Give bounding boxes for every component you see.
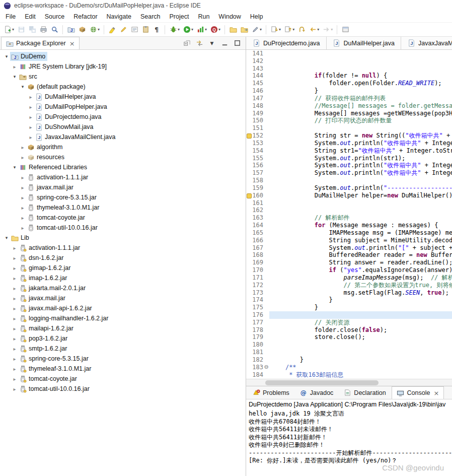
editor-tab-javaxjavama[interactable]: JJavaxJavaMa	[401, 37, 452, 49]
code-line[interactable]: 145 folder.open(Folder.READ_WRITE);	[246, 80, 452, 87]
dropdown-arrow-icon[interactable]: ▾	[218, 27, 220, 32]
expand-arrow-icon[interactable]: ▸	[11, 386, 18, 392]
last-edit-location-button[interactable]	[296, 24, 307, 35]
code-line[interactable]: 161	[246, 199, 452, 207]
dropdown-arrow-icon[interactable]: ▾	[12, 27, 14, 32]
expand-arrow-icon[interactable]: ▸	[19, 215, 26, 221]
code-line[interactable]: 179 store.close();	[246, 333, 452, 341]
tab-package-explorer[interactable]: Package Explorer ×	[1, 37, 80, 49]
tree-item[interactable]: ▸tomcat-util-10.0.16.jar	[0, 223, 246, 233]
collapse-arrow-icon[interactable]: ▾	[19, 84, 26, 89]
profile-button[interactable]: Q▾	[208, 24, 222, 35]
dropdown-arrow-icon[interactable]: ▾	[292, 27, 294, 32]
dropdown-arrow-icon[interactable]: ▾	[98, 27, 100, 32]
expand-arrow-icon[interactable]: ▸	[19, 175, 26, 180]
dropdown-arrow-icon[interactable]: ▾	[317, 27, 319, 32]
new-java-project-button[interactable]: J	[65, 24, 77, 35]
code-line[interactable]: 155 System.out.println(str1);	[246, 155, 452, 162]
expand-arrow-icon[interactable]: ▸	[11, 255, 18, 261]
code-line[interactable]: 172 // 第二个参数如果设置为true, 则将修改反馈给服务	[246, 282, 452, 289]
forward-button[interactable]: ▾	[321, 24, 334, 35]
tree-item[interactable]: ▸JRE System Library [jdk-19]	[0, 61, 246, 72]
menu-project[interactable]: Project	[165, 12, 194, 22]
new-wizard-button[interactable]: ▾	[2, 24, 16, 35]
dropdown-arrow-icon[interactable]: ▾	[279, 27, 281, 32]
code-line[interactable]: 152 String str = new String(("收件箱中共" + I…	[246, 132, 452, 140]
tab-console[interactable]: Console×	[392, 386, 444, 399]
open-perspective-button[interactable]	[340, 24, 351, 35]
tree-item[interactable]: ▸thymeleaf-3.1.0.M1.jar	[0, 202, 246, 213]
search-button[interactable]	[49, 24, 60, 35]
code-line[interactable]: 176	[246, 311, 452, 319]
tree-item[interactable]: ▸tomcat-util-10.0.16.jar	[0, 384, 246, 394]
tab-declaration[interactable]: Declaration	[339, 386, 390, 399]
expand-arrow-icon[interactable]: ▸	[11, 356, 18, 362]
code-line[interactable]: 173 msg.setFlag(Flag.SEEN, true); //	[246, 289, 452, 297]
tree-item[interactable]: ▸JJavaxJavaMailClient.java	[0, 132, 246, 142]
expand-arrow-icon[interactable]: ▸	[11, 366, 18, 372]
collapse-arrow-icon[interactable]: ▾	[3, 54, 10, 59]
tree-item[interactable]: ▸pop3-1.6.2.jar	[0, 333, 246, 344]
next-annotation-button[interactable]: ▾	[269, 24, 282, 35]
tree-item[interactable]: ▸tomcat-coyote.jar	[0, 213, 246, 223]
tree-item[interactable]: ▸gimap-1.6.2.jar	[0, 263, 246, 273]
tab-problems[interactable]: Problems	[248, 386, 294, 399]
tree-item[interactable]: ▸javax.mail.jar	[0, 293, 246, 303]
code-line[interactable]: 171 parseImapMessage(msg); // 解析邮件	[246, 274, 452, 282]
expand-arrow-icon[interactable]: ▸	[19, 185, 26, 190]
expand-arrow-icon[interactable]: ▸	[11, 286, 18, 291]
minimize-button[interactable]	[220, 39, 229, 47]
code-editor[interactable]: 141142143144 if(folder != null) {145 fol…	[246, 50, 452, 379]
scrollbar-thumb[interactable]	[265, 380, 379, 385]
open-task-button[interactable]	[228, 24, 239, 35]
open-web-browser-button[interactable]: ▾	[88, 24, 101, 35]
expand-arrow-icon[interactable]: ▸	[27, 104, 34, 110]
save-button[interactable]	[16, 24, 27, 35]
dropdown-arrow-icon[interactable]: ▾	[191, 27, 193, 32]
save-all-button[interactable]	[27, 24, 38, 35]
open-resource-button[interactable]	[239, 24, 250, 35]
collapse-all-button[interactable]	[183, 39, 191, 47]
expand-arrow-icon[interactable]: ▸	[11, 64, 18, 70]
code-line[interactable]: 158	[246, 177, 452, 184]
code-line[interactable]: 169 String answer = reader.readLine();	[246, 259, 452, 266]
expand-arrow-icon[interactable]: ▸	[11, 306, 18, 311]
code-line[interactable]: 175 }	[246, 304, 452, 311]
code-line[interactable]: 174 }	[246, 296, 452, 304]
tree-item[interactable]: ▸smtp-1.6.2.jar	[0, 344, 246, 354]
expand-arrow-icon[interactable]: ▸	[11, 376, 18, 382]
fold-collapse-icon[interactable]: ⊖	[263, 364, 269, 371]
dropdown-arrow-icon[interactable]: ▾	[205, 27, 207, 32]
code-line[interactable]: 184 * 获取163邮箱信息	[246, 371, 452, 379]
format-button[interactable]	[118, 24, 129, 35]
task-marker-icon[interactable]	[246, 132, 251, 140]
back-button[interactable]: ▾	[307, 24, 321, 35]
expand-arrow-icon[interactable]: ▸	[11, 245, 18, 251]
code-line[interactable]: 168 BufferedReader reader = new Buffered…	[246, 251, 452, 259]
menu-file[interactable]: File	[1, 12, 20, 22]
collapse-arrow-icon[interactable]: ▾	[11, 74, 18, 79]
tree-item[interactable]: ▸dsn-1.6.2.jar	[0, 253, 246, 263]
dropdown-arrow-icon[interactable]: ▾	[178, 27, 180, 32]
expand-arrow-icon[interactable]: ▸	[11, 296, 18, 301]
mark-occurrences-button[interactable]	[107, 24, 118, 35]
tree-item[interactable]: ▸mailapi-1.6.2.jar	[0, 323, 246, 333]
link-with-editor-button[interactable]	[195, 39, 203, 47]
menu-run[interactable]: Run	[193, 12, 214, 22]
expand-arrow-icon[interactable]: ▸	[27, 134, 34, 140]
code-line[interactable]: 157 System.out.println("收件箱中共" + Integer…	[246, 169, 452, 177]
expand-arrow-icon[interactable]: ▸	[11, 276, 18, 281]
dropdown-arrow-icon[interactable]: ▾	[260, 27, 262, 32]
clipboard-button[interactable]	[140, 24, 151, 35]
expand-arrow-icon[interactable]: ▸	[19, 145, 26, 150]
code-line[interactable]: 162	[246, 207, 452, 214]
editor-horizontal-scrollbar[interactable]	[246, 379, 452, 386]
tab-javadoc[interactable]: @Javadoc	[295, 386, 338, 399]
code-line[interactable]: 154 String str1="收件箱中共" + Integer.toStri…	[246, 147, 452, 155]
tree-item[interactable]: ▸tomcat-coyote.jar	[0, 374, 246, 384]
code-line[interactable]: 143	[246, 65, 452, 73]
expand-arrow-icon[interactable]: ▸	[19, 195, 26, 200]
tree-item[interactable]: ▸imap-1.6.2.jar	[0, 273, 246, 283]
code-line[interactable]: 167 System.out.println("[" + subject + "…	[246, 244, 452, 252]
code-line[interactable]: 165 IMAPMessage msg = (IMAPMessage) mess…	[246, 229, 452, 237]
